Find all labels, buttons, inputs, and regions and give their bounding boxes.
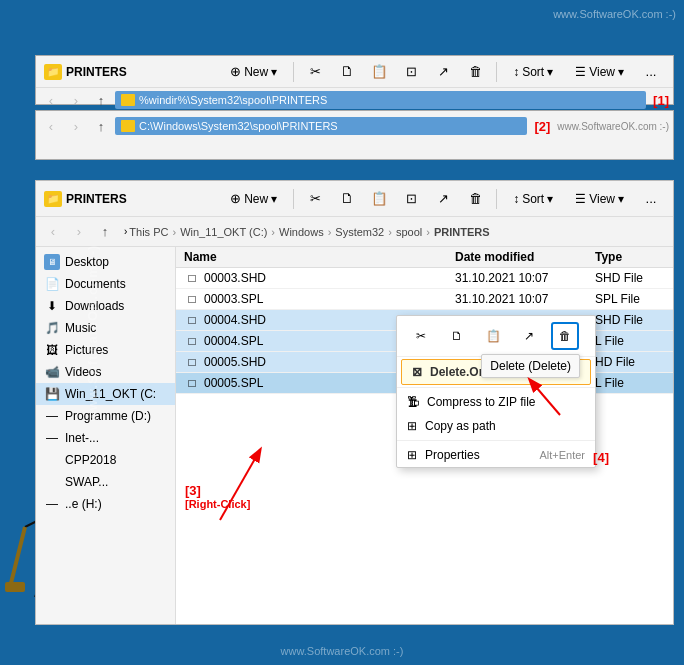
new-btn-main[interactable]: ⊕ New ▾ (221, 187, 286, 210)
ctx-copy-path[interactable]: ⊞ Copy as path (397, 414, 595, 438)
ctx-delete-btn[interactable]: 🗑 (551, 322, 579, 350)
sidebar-item-videos[interactable]: 📹 Videos (36, 361, 175, 383)
sort-btn-1[interactable]: ↕ Sort ▾ (504, 61, 562, 83)
back-btn-1[interactable]: ‹ (40, 89, 62, 111)
rename-btn-main[interactable]: ⊡ (397, 185, 425, 213)
sidebar-item-win11[interactable]: 💾 Win_11_OKT (C: (36, 383, 175, 405)
ctx-properties[interactable]: ⊞ Properties Alt+Enter (397, 443, 595, 467)
forward-btn-1[interactable]: › (65, 89, 87, 111)
breadcrumb-system32[interactable]: System32 (335, 226, 384, 238)
window-2-address-field[interactable]: C:\Windows\System32\spool\PRINTERS (115, 117, 527, 135)
file-row-00003-shd[interactable]: □ 00003.SHD 31.10.2021 10:07 SHD File (176, 268, 673, 289)
folder-swap-icon (44, 474, 60, 490)
drive-h-icon: — (44, 496, 60, 512)
col-header-date[interactable]: Date modified (455, 250, 595, 264)
window-1-new-btn[interactable]: ⊕ New ▾ (221, 60, 286, 83)
drive-c-icon: 💾 (44, 386, 60, 402)
cut-icon: ✂ (310, 64, 321, 79)
share-btn-main[interactable]: ↗ (429, 185, 457, 213)
cut-btn-1[interactable]: ✂ (301, 58, 329, 86)
window-1-address-row: ‹ › ↑ %windir%\System32\spool\PRINTERS [… (36, 88, 673, 112)
ctx-cut-icon: ✂ (416, 329, 426, 343)
paste-icon: 📋 (371, 64, 388, 79)
breadcrumb-spool[interactable]: spool (396, 226, 422, 238)
file-type-00003-spl: SPL File (595, 292, 665, 306)
sidebar-item-music[interactable]: 🎵 Music (36, 317, 175, 339)
window-1-address-field[interactable]: %windir%\System32\spool\PRINTERS (115, 91, 646, 109)
sidebar-label-desktop: Desktop (65, 255, 109, 269)
breadcrumb-drive[interactable]: Win_11_OKT (C:) (180, 226, 267, 238)
sidebar-label-h: ..e (H:) (65, 497, 102, 511)
window-2-address-text: C:\Windows\System32\spool\PRINTERS (139, 120, 338, 132)
view-btn-1[interactable]: ☰ View ▾ (566, 61, 633, 83)
main-explorer-window: 📁 PRINTERS ⊕ New ▾ ✂ 🗋 📋 ⊡ ↗ 🗑 ↕ Sort ▾ … (35, 180, 674, 625)
sidebar-item-downloads[interactable]: ⬇ Downloads (36, 295, 175, 317)
forward-btn-main[interactable]: › (68, 221, 90, 243)
window-1-folder-icon: 📁 (44, 64, 62, 80)
back-btn-main[interactable]: ‹ (42, 221, 64, 243)
ctx-share-btn[interactable]: ↗ (515, 322, 543, 350)
new-chevron-icon: ▾ (271, 192, 277, 206)
breadcrumb-this-pc[interactable]: This PC (129, 226, 168, 238)
ctx-copy-icon: 🗋 (451, 329, 463, 343)
watermark-bottom: www.SoftwareOK.com :-) (281, 645, 404, 657)
content-area: 🖥 Desktop 📄 Documents ⬇ Downloads 🎵 Musi… (36, 247, 673, 624)
sort-icon: ↕ (513, 65, 519, 79)
delete-icon-main: 🗑 (469, 191, 482, 206)
sidebar-item-desktop[interactable]: 🖥 Desktop (36, 251, 175, 273)
new-label-main: New (244, 192, 268, 206)
sidebar-item-programme[interactable]: — Programme (D:) (36, 405, 175, 427)
file-date-00003-spl: 31.10.2021 10:07 (455, 292, 595, 306)
copy-btn-1[interactable]: 🗋 (333, 58, 361, 86)
more-btn-main[interactable]: ... (637, 185, 665, 213)
view-chevron: ▾ (618, 65, 624, 79)
ctx-zip-icon: 🗜 (407, 395, 419, 409)
view-btn-main[interactable]: ☰ View ▾ (566, 188, 633, 210)
sidebar-item-pictures[interactable]: 🖼 Pictures (36, 339, 175, 361)
sidebar-item-h[interactable]: — ..e (H:) (36, 493, 175, 515)
sidebar-label-documents: Documents (65, 277, 126, 291)
cut-btn-main[interactable]: ✂ (301, 185, 329, 213)
sidebar-item-swap[interactable]: SWAP... (36, 471, 175, 493)
ctx-compress-zip[interactable]: 🗜 Compress to ZIP file (397, 390, 595, 414)
sort-btn-main[interactable]: ↕ Sort ▾ (504, 188, 562, 210)
breadcrumb-windows[interactable]: Windows (279, 226, 324, 238)
share-btn-1[interactable]: ↗ (429, 58, 457, 86)
documents-icon: 📄 (44, 276, 60, 292)
context-menu: Delete (Delete) ✂ 🗋 📋 ↗ 🗑 (396, 315, 596, 468)
back-btn-2[interactable]: ‹ (40, 115, 62, 137)
file-icon-spl1: □ (184, 291, 200, 307)
svg-rect-11 (5, 582, 25, 592)
up-btn-2[interactable]: ↑ (90, 115, 112, 137)
delete-btn-1[interactable]: 🗑 (461, 58, 489, 86)
ctx-paste-btn[interactable]: 📋 (479, 322, 507, 350)
copy-btn-main[interactable]: 🗋 (333, 185, 361, 213)
addr-folder-icon-1 (121, 94, 135, 106)
sidebar-item-inet[interactable]: — Inet-... (36, 427, 175, 449)
breadcrumb-printers[interactable]: PRINTERS (434, 226, 490, 238)
delete-btn-main[interactable]: 🗑 (461, 185, 489, 213)
sidebar-label-videos: Videos (65, 365, 101, 379)
sidebar-label-swap: SWAP... (65, 475, 108, 489)
file-row-00003-spl[interactable]: □ 00003.SPL 31.10.2021 10:07 SPL File (176, 289, 673, 310)
col-header-name[interactable]: Name (184, 250, 455, 264)
more-btn-1[interactable]: ... (637, 58, 665, 86)
up-btn-main[interactable]: ↑ (94, 221, 116, 243)
paste-btn-1[interactable]: 📋 (365, 58, 393, 86)
paste-btn-main[interactable]: 📋 (365, 185, 393, 213)
window-1-title: PRINTERS (66, 65, 127, 79)
sort-chevron: ▾ (547, 65, 553, 79)
ctx-copy-btn[interactable]: 🗋 (443, 322, 471, 350)
file-type-00004-spl: L File (595, 334, 665, 348)
ctx-cut-btn[interactable]: ✂ (407, 322, 435, 350)
window-1-toolbar: 📁 PRINTERS ⊕ New ▾ ✂ 🗋 📋 ⊡ ↗ 🗑 ↕ Sort ▾ … (36, 56, 673, 88)
forward-btn-2[interactable]: › (65, 115, 87, 137)
new-plus-icon: ⊕ (230, 191, 241, 206)
rename-btn-1[interactable]: ⊡ (397, 58, 425, 86)
col-header-type[interactable]: Type (595, 250, 665, 264)
main-address-bar: ‹ › ↑ › This PC › Win_11_OKT (C:) › Wind… (36, 217, 673, 247)
sidebar-item-documents[interactable]: 📄 Documents (36, 273, 175, 295)
sidebar-item-cpp2018[interactable]: CPP2018 (36, 449, 175, 471)
sep-2 (496, 62, 497, 82)
up-btn-1[interactable]: ↑ (90, 89, 112, 111)
